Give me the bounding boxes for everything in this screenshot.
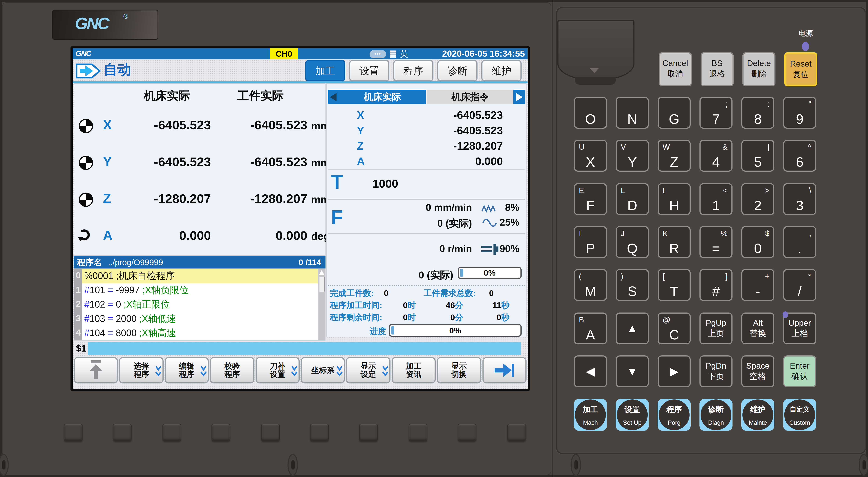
blank-button[interactable]	[507, 423, 526, 441]
key-arrow-down[interactable]: ▼	[616, 355, 649, 387]
view-machine-command[interactable]: 机床指令	[426, 90, 513, 104]
machine-actual-value: 0.000	[117, 228, 211, 243]
usb-cover-handle[interactable]	[575, 77, 616, 85]
scrollbar-thumb[interactable]	[319, 277, 325, 292]
key-o[interactable]: O	[574, 97, 607, 129]
softkey-选择程序[interactable]: 选择程序	[119, 357, 163, 383]
key-1[interactable]: 1<	[700, 183, 733, 215]
softkey-显示切换[interactable]: 显示切换	[437, 357, 481, 383]
key-m[interactable]: M(	[574, 269, 607, 301]
function-key-diagn[interactable]: 诊断Diagn	[700, 399, 733, 431]
blank-button[interactable]	[212, 423, 230, 441]
program-line[interactable]: %0001 ;机床自检程序	[82, 269, 318, 283]
softkey-label: 编辑程序	[179, 362, 194, 378]
blank-button[interactable]	[64, 423, 83, 441]
function-key-mach[interactable]: 加工Mach	[574, 399, 607, 431]
key--[interactable]: -+	[741, 269, 774, 301]
blank-button[interactable]	[359, 423, 378, 441]
key-.[interactable]: .,	[783, 226, 816, 258]
key-=[interactable]: =%	[700, 226, 733, 258]
divider	[73, 81, 528, 83]
key-y[interactable]: YV	[616, 140, 649, 172]
key-x[interactable]: XU	[574, 140, 607, 172]
key-enter[interactable]: Enter确认	[783, 355, 816, 387]
key-p[interactable]: PI	[574, 226, 607, 258]
tab-设置[interactable]: 设置	[349, 60, 390, 81]
key-c[interactable]: C@	[658, 312, 691, 344]
program-line[interactable]: #101 = -9997 ;X轴负限位	[82, 283, 318, 298]
key-9[interactable]: 9"	[783, 97, 816, 129]
key-f[interactable]: FE	[574, 183, 607, 215]
function-key-set-up[interactable]: 设置Set Up	[616, 399, 649, 431]
tab-维护[interactable]: 维护	[482, 60, 522, 81]
softkey-up-arrow[interactable]	[74, 357, 118, 383]
key-5[interactable]: 5|	[741, 140, 774, 172]
message-dots-icon[interactable]: •••	[370, 50, 386, 58]
tab-加工[interactable]: 加工	[305, 60, 345, 81]
key-q[interactable]: QJ	[616, 226, 649, 258]
key-arrow-right[interactable]: ▶	[658, 355, 691, 387]
key-2[interactable]: 2>	[741, 183, 774, 215]
key-0[interactable]: 0$	[741, 226, 774, 258]
key-pgdn[interactable]: PgDn下页	[700, 355, 733, 387]
softkey-刀补设置[interactable]: 刀补设置	[255, 357, 300, 383]
language-indicator[interactable]: 英	[400, 49, 408, 60]
prev-view-arrow-icon[interactable]	[328, 90, 339, 104]
softkey-编辑程序[interactable]: 编辑程序	[164, 357, 209, 383]
key-3[interactable]: 3\	[783, 183, 816, 215]
key-pgup[interactable]: PgUp上页	[700, 312, 733, 344]
program-line[interactable]: #102 = 0 ;X轴正限位	[82, 298, 318, 312]
program-title-label: 程序名	[77, 258, 102, 268]
key-a[interactable]: AB	[574, 312, 607, 344]
screen-ui: GNC CH0 ••• 英 2020-06-05 16:34:55 自动 加工设…	[73, 48, 528, 389]
key-8[interactable]: 8:	[741, 97, 774, 129]
key-reset[interactable]: Reset复位	[784, 52, 817, 87]
key-cancel[interactable]: Cancel取消	[659, 52, 692, 87]
softkey-校验程序[interactable]: 校验程序	[210, 357, 254, 383]
key-alt[interactable]: Alt替换	[741, 312, 774, 344]
key-6[interactable]: 6^	[783, 140, 816, 172]
softkey-right-arrow[interactable]	[482, 357, 527, 383]
key-7[interactable]: 7;	[700, 97, 733, 129]
key-4[interactable]: 4&	[700, 140, 733, 172]
key-space[interactable]: Space空格	[741, 355, 774, 387]
blank-button[interactable]	[310, 423, 329, 441]
blank-button[interactable]	[458, 423, 476, 441]
key-g[interactable]: G	[658, 97, 691, 129]
key-arrow-left[interactable]: ◀	[574, 355, 607, 387]
key-t[interactable]: T[	[658, 269, 691, 301]
key-s[interactable]: S)	[616, 269, 649, 301]
program-scrollbar[interactable]	[318, 269, 325, 340]
key-#[interactable]: #]	[700, 269, 733, 301]
key-bs[interactable]: BS退格	[701, 52, 734, 87]
key-/[interactable]: /*	[783, 269, 816, 301]
blank-button[interactable]	[409, 423, 427, 441]
key-upper[interactable]: Upper上档	[783, 312, 816, 344]
key-n[interactable]: N	[616, 97, 649, 129]
blank-button[interactable]	[113, 423, 132, 441]
scroll-cursor-icon[interactable]	[319, 270, 324, 275]
softkey-坐标系[interactable]: 坐标系	[301, 357, 345, 383]
function-key-porg[interactable]: 程序Porg	[658, 399, 691, 431]
key-arrow-up[interactable]: ▲	[616, 312, 649, 344]
softkey-显示设定[interactable]: 显示设定	[346, 357, 390, 383]
key-r[interactable]: RK	[658, 226, 691, 258]
key-h[interactable]: H!	[658, 183, 691, 215]
next-view-arrow-icon[interactable]	[513, 90, 525, 104]
program-line[interactable]: #104 = 8000 ;X轴高速	[82, 326, 318, 341]
key-delete[interactable]: Delete删除	[742, 52, 775, 87]
function-key-mainte[interactable]: 维护Mainte	[741, 399, 774, 431]
tab-程序[interactable]: 程序	[393, 60, 433, 81]
function-key-custom[interactable]: 自定义Custom	[783, 399, 816, 431]
view-machine-actual[interactable]: 机床实际	[339, 90, 426, 104]
key-d[interactable]: DL	[616, 183, 649, 215]
softkey-加工资讯[interactable]: 加工资讯	[392, 357, 436, 383]
mdi-command-input[interactable]	[88, 342, 521, 355]
coord-row-X: X-6405.523	[327, 109, 526, 123]
blank-button[interactable]	[261, 423, 280, 441]
key-z[interactable]: ZW	[658, 140, 691, 172]
program-line[interactable]: #103 = 2000 ;X轴低速	[82, 312, 318, 326]
line-number: 4	[74, 328, 82, 338]
tab-诊断[interactable]: 诊断	[437, 60, 477, 81]
blank-button[interactable]	[162, 423, 181, 441]
